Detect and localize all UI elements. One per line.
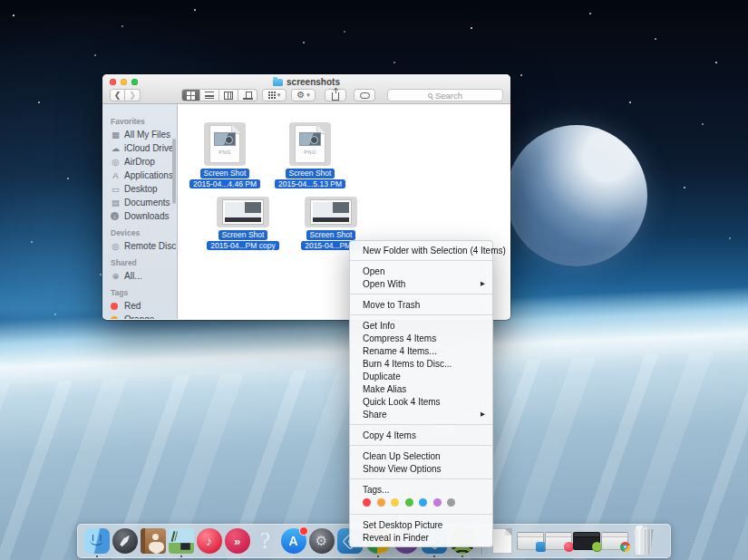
menu-separator bbox=[350, 424, 492, 425]
dock-item-window-chrome[interactable] bbox=[600, 525, 628, 558]
dock-item-itunes[interactable]: ♪ bbox=[195, 525, 223, 558]
menu-separator bbox=[350, 478, 492, 479]
tag-color-swatch[interactable] bbox=[405, 498, 413, 507]
arrange-button[interactable]: ▾ bbox=[262, 89, 287, 101]
tag-color-swatch[interactable] bbox=[419, 498, 427, 507]
dock-item-window-capture[interactable] bbox=[516, 525, 544, 558]
menu-tag-colors bbox=[350, 496, 492, 510]
dock-item-window-itunes[interactable] bbox=[544, 525, 572, 558]
window-header[interactable]: screenshots ❮ ❯ ▾ ⚙▾ Search bbox=[102, 74, 510, 104]
sidebar-item-downloads[interactable]: ↓Downloads bbox=[102, 209, 177, 223]
screenshot-thumbnail-icon bbox=[222, 199, 264, 225]
menu-item-reveal-in-finder[interactable]: Reveal in Finder bbox=[350, 531, 492, 544]
menu-item-open-with[interactable]: Open With▶ bbox=[350, 277, 492, 290]
file-item[interactable]: PNGScreen Shot2015-04...5.13 PM bbox=[268, 122, 352, 188]
document-icon bbox=[492, 528, 512, 554]
chrome-badge-icon bbox=[620, 542, 630, 552]
menu-item-tags[interactable]: Tags... bbox=[350, 483, 492, 496]
sidebar-item-label: Documents bbox=[124, 198, 170, 208]
tag-icon bbox=[360, 92, 370, 99]
dock-item-finder[interactable] bbox=[83, 525, 111, 558]
menu-item-compress-4-items[interactable]: Compress 4 Items bbox=[350, 332, 492, 344]
folder-icon bbox=[273, 79, 283, 86]
menu-item-move-to-trash[interactable]: Move to Trash bbox=[350, 298, 492, 311]
action-menu-button[interactable]: ⚙▾ bbox=[291, 89, 316, 101]
contacts-icon bbox=[141, 528, 166, 554]
sidebar-item-tag-orange[interactable]: Orange bbox=[102, 313, 177, 319]
search-field[interactable]: Search bbox=[387, 89, 503, 101]
dock-item-missing-app[interactable]: ? bbox=[251, 525, 279, 558]
sidebar-scrollbar[interactable] bbox=[172, 139, 176, 204]
menu-item-make-alias[interactable]: Make Alias bbox=[350, 382, 492, 395]
menu-item-rename-4-items[interactable]: Rename 4 Items... bbox=[350, 344, 492, 357]
trash-icon[interactable] bbox=[632, 527, 655, 555]
file-name-line2: 2015-04...PM copy bbox=[207, 241, 278, 251]
menu-separator bbox=[350, 260, 492, 261]
sidebar: Favorites▦All My Files☁iCloud Drive◎AirD… bbox=[102, 104, 178, 319]
sidebar-item-applications[interactable]: AApplications bbox=[102, 169, 177, 182]
list-view-button[interactable] bbox=[200, 89, 219, 101]
sidebar-item-icloud-drive[interactable]: ☁iCloud Drive bbox=[102, 141, 177, 155]
tag-color-swatch[interactable] bbox=[391, 498, 399, 507]
file-icon-selection: PNG bbox=[289, 122, 331, 166]
sidebar-item-label: Downloads bbox=[124, 211, 169, 221]
menu-item-clean-up-selection[interactable]: Clean Up Selection bbox=[350, 449, 492, 462]
menu-item-new-folder-with-selection-4-items[interactable]: New Folder with Selection (4 Items) bbox=[350, 244, 492, 256]
column-view-button[interactable] bbox=[219, 89, 238, 101]
file-item[interactable]: PNGScreen Shot2015-04...4.46 PM bbox=[183, 122, 267, 188]
file-name-line2: 2015-04...5.13 PM bbox=[275, 179, 345, 189]
file-name-line1: Screen Shot bbox=[200, 169, 250, 179]
tag-color-swatch[interactable] bbox=[447, 498, 455, 507]
coverflow-view-button[interactable] bbox=[238, 89, 257, 101]
menu-item-copy-4-items[interactable]: Copy 4 Items bbox=[350, 429, 492, 441]
dock-item-system-preferences[interactable]: ⚙ bbox=[307, 525, 335, 558]
submenu-arrow-icon: ▶ bbox=[481, 280, 485, 287]
menu-item-share[interactable]: Share▶ bbox=[350, 408, 492, 420]
red-arrow-app-icon: » bbox=[225, 528, 250, 554]
menu-item-open[interactable]: Open bbox=[350, 265, 492, 277]
sidebar-item-desktop[interactable]: ▭Desktop bbox=[102, 182, 177, 196]
dock-item-window-spotify[interactable] bbox=[572, 525, 600, 558]
sidebar-item-all-shared[interactable]: ⊕All... bbox=[102, 269, 177, 283]
menu-separator bbox=[350, 514, 492, 515]
file-name-line2: 2015-04...4.46 PM bbox=[189, 179, 260, 189]
sidebar-item-documents[interactable]: ▤Documents bbox=[102, 196, 177, 209]
file-icon-selection bbox=[217, 197, 269, 227]
sidebar-item-tag-red[interactable]: Red bbox=[102, 299, 177, 313]
tag-color-swatch[interactable] bbox=[363, 498, 371, 507]
menu-item-burn-4-items-to-disc[interactable]: Burn 4 Items to Disc... bbox=[350, 357, 492, 370]
share-icon bbox=[332, 92, 339, 101]
file-name-line1: Screen Shot bbox=[306, 230, 356, 240]
dock-item-app-store[interactable]: A bbox=[279, 525, 307, 558]
sidebar-section-label: Favorites bbox=[102, 117, 177, 126]
tags-button[interactable] bbox=[354, 89, 375, 101]
menu-item-set-desktop-picture[interactable]: Set Desktop Picture bbox=[350, 518, 492, 531]
window-capture-thumbnail bbox=[517, 532, 544, 550]
menu-item-get-info[interactable]: Get Info bbox=[350, 319, 492, 332]
menu-item-duplicate[interactable]: Duplicate bbox=[350, 370, 492, 382]
sidebar-item-remote-disc[interactable]: ◎Remote Disc bbox=[102, 239, 177, 253]
dock-item-photos[interactable] bbox=[167, 525, 195, 558]
share-button[interactable] bbox=[325, 89, 346, 101]
png-file-icon: PNG bbox=[295, 125, 325, 163]
tag-dot-icon bbox=[111, 303, 118, 310]
running-indicator bbox=[96, 555, 99, 558]
app-store-icon: A bbox=[281, 528, 306, 554]
titlebar[interactable]: screenshots bbox=[102, 74, 510, 87]
sidebar-item-all-my-files[interactable]: ▦All My Files bbox=[102, 128, 177, 141]
submenu-arrow-icon: ▶ bbox=[481, 410, 485, 418]
tag-color-swatch[interactable] bbox=[433, 498, 442, 507]
menu-item-show-view-options[interactable]: Show View Options bbox=[350, 462, 492, 475]
dock-item-launchpad[interactable] bbox=[111, 525, 139, 558]
running-indicator bbox=[180, 555, 183, 558]
icon-view-button[interactable] bbox=[181, 89, 200, 101]
tag-color-swatch[interactable] bbox=[377, 498, 385, 507]
file-item[interactable]: Screen Shot2015-04...PM copy bbox=[201, 197, 285, 250]
sidebar-item-label: Applications bbox=[124, 170, 173, 180]
forward-button[interactable]: ❯ bbox=[125, 89, 141, 101]
dock-item-red-arrow-app[interactable]: » bbox=[223, 525, 251, 558]
dock-item-contacts[interactable] bbox=[139, 525, 167, 558]
sidebar-item-airdrop[interactable]: ◎AirDrop bbox=[102, 155, 177, 169]
menu-item-quick-look-4-items[interactable]: Quick Look 4 Items bbox=[350, 395, 492, 408]
back-button[interactable]: ❮ bbox=[110, 89, 125, 101]
